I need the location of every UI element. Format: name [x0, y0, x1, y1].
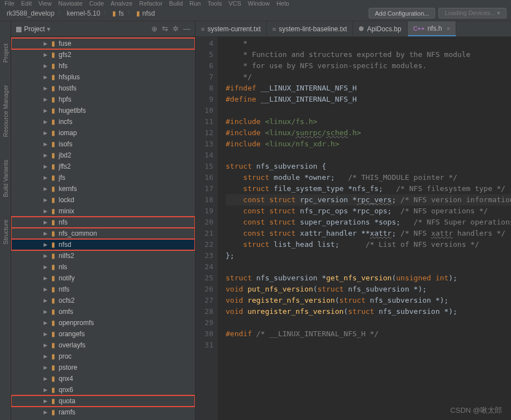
- tab-nfs.h[interactable]: C++ nfs.h ×: [408, 21, 456, 36]
- tree-item-nls[interactable]: ▶ ▮ nls: [11, 261, 195, 273]
- expand-arrow-icon[interactable]: ▶: [44, 376, 48, 381]
- tree-item-openpromfs[interactable]: ▶ ▮ openpromfs: [11, 317, 195, 328]
- menu-analyze[interactable]: Analyze: [111, 0, 132, 6]
- tree-item-notify[interactable]: ▶ ▮ notify: [11, 273, 195, 284]
- menu-vcs[interactable]: VCS: [228, 0, 241, 6]
- tree-item-proc[interactable]: ▶ ▮ proc: [11, 351, 195, 362]
- expand-arrow-icon[interactable]: ▶: [44, 63, 48, 69]
- locate-icon[interactable]: ⊕: [151, 25, 157, 33]
- expand-arrow-icon[interactable]: ▶: [44, 108, 48, 113]
- expand-arrow-icon[interactable]: ▶: [44, 141, 48, 147]
- expand-arrow-icon[interactable]: ▶: [44, 119, 48, 125]
- menu-run[interactable]: Run: [189, 0, 200, 6]
- breadcrumb[interactable]: rk3588_develop〉kernel-5.10〉▮fs〉▮nfsd: [4, 8, 157, 18]
- expand-arrow-icon[interactable]: ▶: [44, 365, 48, 370]
- tree-item-hfs[interactable]: ▶ ▮ hfs: [11, 60, 195, 71]
- tree-item-qnx6[interactable]: ▶ ▮ qnx6: [11, 384, 195, 395]
- tree-item-isofs[interactable]: ▶ ▮ isofs: [11, 139, 195, 150]
- code-content[interactable]: * * Function and structures exported by …: [218, 37, 511, 420]
- expand-arrow-icon[interactable]: ▶: [44, 74, 48, 80]
- expand-arrow-icon[interactable]: ▶: [44, 175, 48, 180]
- tree-item-jbd2[interactable]: ▶ ▮ jbd2: [11, 150, 195, 161]
- rail-build-variants[interactable]: Build Variants: [2, 160, 9, 197]
- menu-window[interactable]: Window: [248, 0, 270, 6]
- expand-arrow-icon[interactable]: ▶: [44, 197, 48, 203]
- expand-arrow-icon[interactable]: ▶: [44, 275, 48, 281]
- menu-file[interactable]: File: [4, 0, 15, 6]
- expand-arrow-icon[interactable]: ▶: [44, 219, 48, 225]
- breadcrumb-item[interactable]: ▮fs: [110, 8, 126, 18]
- expand-arrow-icon[interactable]: ▶: [44, 231, 48, 236]
- rail-resource-manager[interactable]: Resource Manager: [2, 85, 9, 137]
- expand-arrow-icon[interactable]: ▶: [44, 41, 48, 46]
- tree-item-jffs2[interactable]: ▶ ▮ jffs2: [11, 161, 195, 172]
- tree-item-qnx4[interactable]: ▶ ▮ qnx4: [11, 373, 195, 384]
- tree-item-hpfs[interactable]: ▶ ▮ hpfs: [11, 94, 195, 105]
- expand-arrow-icon[interactable]: ▶: [44, 130, 48, 136]
- tab-system-current.txt[interactable]: ≡ system-current.txt: [195, 21, 267, 36]
- tree-item-iomap[interactable]: ▶ ▮ iomap: [11, 127, 195, 139]
- expand-arrow-icon[interactable]: ▶: [44, 264, 48, 270]
- tree-item-incfs[interactable]: ▶ ▮ incfs: [11, 116, 195, 127]
- menu-view[interactable]: View: [39, 0, 52, 6]
- hide-icon[interactable]: —: [183, 25, 190, 33]
- menu-edit[interactable]: Edit: [21, 0, 32, 6]
- menubar[interactable]: FileEditViewNavigateCodeAnalyzeRefactorB…: [0, 0, 511, 6]
- breadcrumb-item[interactable]: rk3588_develop: [4, 8, 56, 18]
- expand-arrow-icon[interactable]: ▶: [44, 409, 48, 415]
- editor-tabs[interactable]: ≡ system-current.txt ≡ system-lint-basel…: [195, 21, 511, 37]
- rail-project[interactable]: Project: [2, 44, 9, 63]
- expand-arrow-icon[interactable]: ▶: [44, 342, 48, 348]
- expand-arrow-icon[interactable]: ▶: [44, 387, 48, 393]
- expand-arrow-icon[interactable]: ▶: [44, 242, 48, 247]
- expand-arrow-icon[interactable]: ▶: [44, 186, 48, 192]
- tree-item-kernfs[interactable]: ▶ ▮ kernfs: [11, 183, 195, 194]
- loading-devices-button[interactable]: Loading Devices... ▾: [438, 8, 507, 18]
- menu-code[interactable]: Code: [89, 0, 104, 6]
- project-tree[interactable]: ▶ ▮ fuse ▶ ▮ gfs2 ▶ ▮ hfs ▶ ▮ hfsplus ▶ …: [11, 37, 195, 420]
- tree-item-quota[interactable]: ▶ ▮ quota: [11, 395, 195, 407]
- expand-icon[interactable]: ⇆: [162, 25, 168, 33]
- tree-item-fuse[interactable]: ▶ ▮ fuse: [11, 38, 195, 49]
- gear-icon[interactable]: ✲: [173, 25, 179, 33]
- expand-arrow-icon[interactable]: ▶: [44, 331, 48, 337]
- tree-item-ramfs[interactable]: ▶ ▮ ramfs: [11, 407, 195, 418]
- rail-structure[interactable]: Structure: [2, 219, 9, 245]
- add-configuration-button[interactable]: Add Configuration...: [369, 8, 435, 18]
- tree-item-hostfs[interactable]: ▶ ▮ hostfs: [11, 83, 195, 94]
- expand-arrow-icon[interactable]: ▶: [44, 398, 48, 404]
- expand-arrow-icon[interactable]: ▶: [44, 97, 48, 102]
- tree-item-nilfs2[interactable]: ▶ ▮ nilfs2: [11, 250, 195, 261]
- expand-arrow-icon[interactable]: ▶: [44, 152, 48, 158]
- expand-arrow-icon[interactable]: ▶: [44, 52, 48, 58]
- expand-arrow-icon[interactable]: ▶: [44, 298, 48, 303]
- tree-item-hugetlbfs[interactable]: ▶ ▮ hugetlbfs: [11, 105, 195, 116]
- code-editor[interactable]: 4567891011121314151617181920212223242526…: [195, 37, 511, 420]
- tree-item-nfsd[interactable]: ▶ ▮ nfsd: [11, 239, 195, 250]
- tree-item-jfs[interactable]: ▶ ▮ jfs: [11, 172, 195, 183]
- menu-refactor[interactable]: Refactor: [139, 0, 163, 6]
- expand-arrow-icon[interactable]: ▶: [44, 208, 48, 214]
- close-icon[interactable]: ×: [446, 25, 450, 32]
- expand-arrow-icon[interactable]: ▶: [44, 309, 48, 314]
- tree-item-minix[interactable]: ▶ ▮ minix: [11, 206, 195, 217]
- tree-item-hfsplus[interactable]: ▶ ▮ hfsplus: [11, 71, 195, 83]
- expand-arrow-icon[interactable]: ▶: [44, 354, 48, 359]
- tree-item-nfs_common[interactable]: ▶ ▮ nfs_common: [11, 228, 195, 239]
- expand-arrow-icon[interactable]: ▶: [44, 253, 48, 259]
- menu-navigate[interactable]: Navigate: [58, 0, 82, 6]
- breadcrumb-item[interactable]: kernel-5.10: [64, 8, 102, 18]
- expand-arrow-icon[interactable]: ▶: [44, 287, 48, 292]
- tab-ApiDocs.bp[interactable]: ⬢ ApiDocs.bp: [353, 21, 407, 36]
- menu-help[interactable]: Help: [276, 0, 289, 6]
- tree-item-ocfs2[interactable]: ▶ ▮ ocfs2: [11, 295, 195, 306]
- tree-item-gfs2[interactable]: ▶ ▮ gfs2: [11, 49, 195, 60]
- tab-system-lint-baseline.txt[interactable]: ≡ system-lint-baseline.txt: [267, 21, 353, 36]
- tree-item-ntfs[interactable]: ▶ ▮ ntfs: [11, 284, 195, 295]
- menu-tools[interactable]: Tools: [207, 0, 222, 6]
- tree-item-overlayfs[interactable]: ▶ ▮ overlayfs: [11, 340, 195, 351]
- tree-item-lockd[interactable]: ▶ ▮ lockd: [11, 194, 195, 206]
- expand-arrow-icon[interactable]: ▶: [44, 320, 48, 326]
- chevron-down-icon[interactable]: ▾: [47, 25, 50, 33]
- tree-item-omfs[interactable]: ▶ ▮ omfs: [11, 306, 195, 317]
